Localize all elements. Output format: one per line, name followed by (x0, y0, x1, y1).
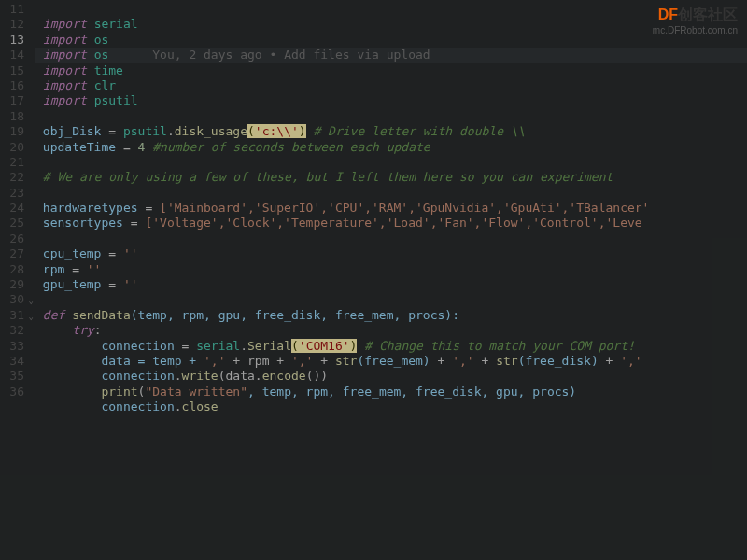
line-number: 28 (0, 262, 24, 277)
line-number: 16 (0, 78, 24, 93)
code-line[interactable]: import psutil (35, 93, 747, 108)
line-number: 12 (0, 17, 24, 32)
line-number: 14 (0, 48, 24, 63)
code-line[interactable]: rpm = '' (35, 262, 747, 277)
code-line[interactable] (35, 186, 747, 201)
line-number: 17 (0, 93, 24, 108)
code-line[interactable]: import os (35, 33, 747, 48)
line-number: 22 (0, 170, 24, 185)
code-line[interactable]: def sendData(temp, rpm, gpu, free_disk, … (35, 308, 747, 323)
code-line[interactable] (35, 231, 747, 246)
code-line[interactable]: gpu_temp = '' (35, 277, 747, 292)
code-line[interactable] (35, 109, 747, 124)
code-line[interactable]: cpu_temp = '' (35, 246, 747, 261)
line-number: 23 (0, 186, 24, 201)
line-number: 21 (0, 155, 24, 170)
watermark-url: mc.DFRobot.com.cn (653, 25, 738, 35)
line-number: 34 (0, 354, 24, 369)
line-number: 13 (0, 33, 24, 48)
codelens-annotation[interactable]: You, 2 days ago • Add files via upload (152, 48, 430, 62)
line-number: 24 (0, 201, 24, 216)
code-line[interactable]: obj_Disk = psutil.disk_usage('c:\\') # D… (35, 124, 747, 139)
line-number: 19 (0, 124, 24, 139)
line-number: 15 (0, 63, 24, 78)
code-line[interactable]: hardwaretypes = ['Mainboard','SuperIO','… (35, 201, 747, 216)
code-content[interactable]: import serial import os import os You, 2… (35, 2, 747, 560)
line-number: 32 (0, 323, 24, 338)
line-number: 35 (0, 369, 24, 384)
fold-icon[interactable]: ⌄ (29, 293, 34, 308)
line-number: 27 (0, 246, 24, 261)
code-line[interactable]: import time (35, 63, 747, 78)
code-line[interactable]: connection.close (35, 399, 747, 414)
code-line[interactable]: sensortypes = ['Voltage','Clock','Temper… (35, 216, 747, 231)
code-line[interactable] (35, 292, 747, 307)
line-number: 30⌄ (0, 292, 24, 307)
line-number: 31⌄ (0, 308, 24, 323)
code-line[interactable]: connection.write(data.encode()) (35, 369, 747, 384)
code-line-current[interactable]: import os You, 2 days ago • Add files vi… (35, 48, 747, 63)
line-number: 18 (0, 109, 24, 124)
code-line[interactable] (35, 155, 747, 170)
fold-icon[interactable]: ⌄ (29, 309, 34, 324)
code-line[interactable]: import serial (35, 17, 747, 32)
line-gutter: 11 12 13 14 15 16 17 18 19 20 21 22 23 2… (0, 2, 35, 560)
line-number: 36 (0, 385, 24, 399)
code-line[interactable]: try: (35, 323, 747, 338)
line-number: 26 (0, 231, 24, 246)
code-line[interactable]: connection = serial.Serial('COM16') # Ch… (35, 339, 747, 354)
code-line[interactable]: updateTime = 4 #number of seconds betwee… (35, 140, 747, 155)
line-number: 11 (0, 2, 24, 17)
line-number: 20 (0, 140, 24, 155)
code-line[interactable]: print("Data written", temp, rpm, free_me… (35, 385, 747, 399)
watermark: DF创客社区 mc.DFRobot.com.cn (653, 6, 738, 35)
code-line[interactable]: data = temp + ',' + rpm + ',' + str(free… (35, 354, 747, 369)
code-editor[interactable]: 11 12 13 14 15 16 17 18 19 20 21 22 23 2… (0, 0, 747, 560)
line-number: 25 (0, 216, 24, 231)
code-line[interactable]: import clr (35, 78, 747, 93)
line-number: 33 (0, 339, 24, 354)
watermark-brand: DF创客社区 (653, 6, 738, 25)
line-number: 29 (0, 277, 24, 292)
code-line[interactable]: # We are only using a few of these, but … (35, 170, 747, 185)
